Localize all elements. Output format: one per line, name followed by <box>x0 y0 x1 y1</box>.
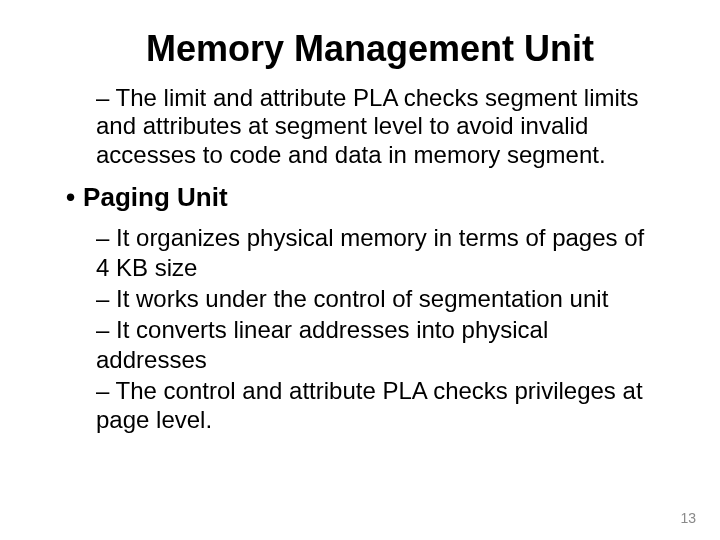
intro-block: – The limit and attribute PLA checks seg… <box>96 84 664 169</box>
dash-icon: – <box>96 84 109 112</box>
point-text: It converts linear addresses into physic… <box>96 316 548 372</box>
point-text: It works under the control of segmentati… <box>109 285 608 312</box>
section-heading: •Paging Unit <box>66 181 664 214</box>
slide-title: Memory Management Unit <box>76 28 664 70</box>
list-item: – It works under the control of segmenta… <box>96 284 664 313</box>
intro-text: The limit and attribute PLA checks segme… <box>96 84 638 168</box>
points-list: – It organizes physical memory in terms … <box>96 223 664 434</box>
list-item: – It converts linear addresses into phys… <box>96 315 664 374</box>
dash-icon: – <box>96 315 109 344</box>
list-item: – The control and attribute PLA checks p… <box>96 376 664 435</box>
point-text: It organizes physical memory in terms of… <box>96 224 644 280</box>
dash-icon: – <box>96 284 109 313</box>
dash-icon: – <box>96 376 109 405</box>
section-heading-text: Paging Unit <box>83 182 227 212</box>
intro-item: – The limit and attribute PLA checks seg… <box>96 84 664 169</box>
dash-icon: – <box>96 223 109 252</box>
page-number: 13 <box>680 510 696 526</box>
slide: Memory Management Unit – The limit and a… <box>0 0 720 540</box>
section-heading-row: •Paging Unit <box>66 181 664 214</box>
list-item: – It organizes physical memory in terms … <box>96 223 664 282</box>
point-text: The control and attribute PLA checks pri… <box>96 377 643 433</box>
bullet-icon: • <box>66 181 75 214</box>
